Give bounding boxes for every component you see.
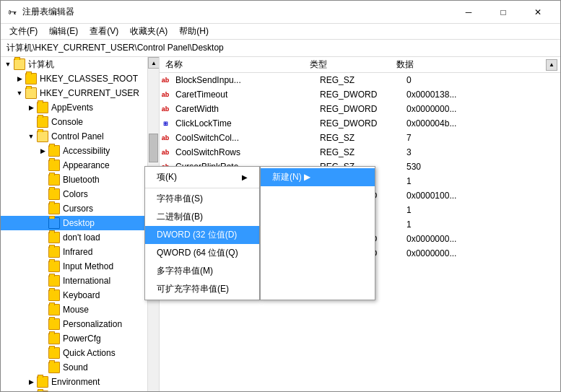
- folder-icon-mouse: [48, 304, 60, 315]
- folder-icon-controlpanel: [37, 131, 48, 142]
- tree-item-console[interactable]: ▶ Console: [1, 115, 147, 129]
- table-row[interactable]: abCoolSwitchRowsREG_SZ3: [160, 145, 560, 160]
- tree-item-international[interactable]: ▶ International: [1, 274, 147, 288]
- folder-icon-keyboard: [48, 289, 60, 301]
- table-row[interactable]: abCaretWidthREG_DWORD0x0000000...: [160, 102, 560, 116]
- table-row[interactable]: abCaretTimeoutREG_DWORD0x0000138...: [160, 87, 560, 102]
- detail-cell-data: 0x0000000...: [404, 232, 560, 245]
- tree-item-hkcr[interactable]: ▶ HKEY_CLASSES_ROOT: [1, 71, 147, 86]
- tree-item-quickactions[interactable]: ▶ Quick Actions: [1, 346, 147, 360]
- menu-edit[interactable]: 编辑(E): [43, 24, 84, 39]
- tree-item-keyboard[interactable]: ▶ Keyboard: [1, 288, 147, 302]
- tree-item-inputmethod[interactable]: ▶ Input Method: [1, 259, 147, 274]
- detail-cell-data: 0x000004b...: [404, 117, 560, 130]
- detail-cell-type: REG_DWORD: [317, 103, 404, 116]
- tree-label-hkcu: HKEY_CURRENT_USER: [40, 88, 139, 98]
- col-header-type: 类型: [307, 57, 393, 72]
- tree-item-personalization[interactable]: ▶ Personalization: [1, 317, 147, 331]
- folder-icon-appearance: [48, 160, 60, 171]
- expand-computer[interactable]: ▼: [2, 58, 14, 70]
- folder-icon-hkcr: [25, 73, 37, 84]
- context-item-xiang[interactable]: 项(K) ▶: [145, 168, 259, 186]
- tree-item-infrared[interactable]: ▶ Infrared: [1, 245, 147, 259]
- tree-item-desktop[interactable]: ▶ Desktop: [1, 216, 147, 230]
- context-item-expandstring[interactable]: 可扩充字符串值(E): [145, 280, 259, 298]
- tree-item-appearance[interactable]: ▶ Appearance: [1, 158, 147, 173]
- reg-type-icon: ab: [160, 103, 171, 115]
- tree-item-sound[interactable]: ▶ Sound: [1, 360, 147, 375]
- reg-type-icon: ⊞: [160, 118, 171, 129]
- tree-label-keyboard: Keyboard: [63, 290, 100, 300]
- table-row[interactable]: ⊞ClickLockTimeREG_DWORD0x000004b...: [160, 116, 560, 131]
- reg-type-icon: ab: [160, 132, 171, 144]
- table-row[interactable]: abBlockSendInpu...REG_SZ0: [160, 73, 560, 87]
- close-button[interactable]: ✕: [521, 1, 555, 24]
- context-item-dword[interactable]: DWORD (32 位值(D): [145, 226, 259, 244]
- context-menu-container: 项(K) ▶ 字符串值(S) 二进制值(B) DWORD (32 位值(D) Q…: [144, 166, 375, 300]
- tree-item-computer[interactable]: ▼ 计算机: [1, 57, 147, 71]
- tree-scroll-container: ▼ 计算机 ▶ HKEY_CLASSES_ROOT ▼ HKEY_: [1, 57, 159, 391]
- menu-file[interactable]: 文件(F): [4, 24, 43, 39]
- context-item-qword[interactable]: QWORD (64 位值(Q): [145, 244, 259, 262]
- menu-view[interactable]: 查看(V): [84, 24, 124, 39]
- detail-cell-name: CoolSwitchCol...: [173, 131, 317, 144]
- context-item-binary[interactable]: 二进制值(B): [145, 208, 259, 226]
- scroll-thumb[interactable]: [149, 134, 158, 162]
- expand-environment[interactable]: ▶: [25, 376, 37, 388]
- detail-scroll-up[interactable]: ▲: [546, 59, 557, 71]
- tree-item-accessibility[interactable]: ▶ Accessibility: [1, 144, 147, 158]
- tree-item-cursors[interactable]: ▶ Cursors: [1, 201, 147, 216]
- tree-item-powercfg[interactable]: ▶ PowerCfg: [1, 331, 147, 346]
- minimize-button[interactable]: ─: [452, 1, 485, 24]
- tree-item-hkcu[interactable]: ▼ HKEY_CURRENT_USER: [1, 86, 147, 100]
- detail-cell-name: CaretTimeout: [173, 88, 317, 101]
- table-row[interactable]: abCoolSwitchCol...REG_SZ7: [160, 131, 560, 145]
- expand-controlpanel[interactable]: ▼: [25, 131, 37, 142]
- menu-help[interactable]: 帮助(H): [173, 24, 214, 39]
- detail-cell-data: 0x0000000...: [404, 103, 560, 116]
- folder-icon-powercfg: [48, 333, 60, 344]
- menu-favorites[interactable]: 收藏夹(A): [124, 24, 173, 39]
- context-item-string[interactable]: 字符串值(S): [145, 190, 259, 208]
- tree-label-controlpanel: Control Panel: [51, 131, 104, 141]
- tree-label-quickactions: Quick Actions: [63, 348, 116, 358]
- tree-label-infrared: Infrared: [63, 247, 92, 257]
- detail-cell-data: 3: [404, 146, 560, 159]
- tree-label-personalization: Personalization: [63, 319, 122, 329]
- tree-item-colors[interactable]: ▶ Colors: [1, 187, 147, 201]
- folder-icon-appevents: [37, 102, 48, 113]
- context-arrow-xiang: ▶: [242, 173, 248, 181]
- tree-label-accessibility: Accessibility: [63, 146, 110, 156]
- tree-label-inputmethod: Input Method: [63, 261, 113, 271]
- detail-cell-type: REG_SZ: [317, 131, 404, 144]
- window-controls: ─ □ ✕: [452, 1, 555, 24]
- detail-cell-data: 0: [404, 74, 560, 87]
- detail-cell-type: REG_DWORD: [317, 88, 404, 101]
- maximize-button[interactable]: □: [487, 1, 520, 24]
- tree-label-desktop: Desktop: [63, 218, 95, 228]
- context-item-multistring[interactable]: 多字符串值(M): [145, 262, 259, 280]
- folder-icon-sound: [48, 362, 60, 373]
- col-header-data: 数据: [393, 57, 546, 72]
- expand-accessibility[interactable]: ▶: [37, 145, 48, 157]
- tree-item-dontload[interactable]: ▶ don't load: [1, 230, 147, 245]
- expand-hkcr[interactable]: ▶: [14, 73, 25, 84]
- tree-item-mouse[interactable]: ▶ Mouse: [1, 302, 147, 317]
- tree-item-eudc[interactable]: ▶ EUDC: [1, 389, 147, 391]
- folder-icon-quickactions: [48, 347, 60, 359]
- detail-cell-name: BlockSendInpu...: [173, 74, 317, 87]
- folder-icon-personalization: [48, 318, 60, 330]
- expand-eudc[interactable]: ▶: [25, 391, 37, 391]
- tree-item-bluetooth[interactable]: ▶ Bluetooth: [1, 173, 147, 187]
- tree-label-sound: Sound: [63, 362, 88, 373]
- tree-label-bluetooth: Bluetooth: [63, 175, 100, 185]
- tree-item-appevents[interactable]: ▶ AppEvents: [1, 100, 147, 115]
- context-label-multistring: 多字符串值(M): [157, 265, 213, 277]
- submenu-item-new[interactable]: 新建(N) ▶: [261, 168, 375, 186]
- tree-item-controlpanel[interactable]: ▼ Control Panel: [1, 129, 147, 144]
- folder-icon-cursors: [48, 203, 60, 214]
- expand-hkcu[interactable]: ▼: [14, 87, 25, 99]
- tree-item-environment[interactable]: ▶ Environment: [1, 375, 147, 389]
- expand-appevents[interactable]: ▶: [25, 102, 37, 113]
- scroll-up-btn[interactable]: ▲: [148, 57, 159, 69]
